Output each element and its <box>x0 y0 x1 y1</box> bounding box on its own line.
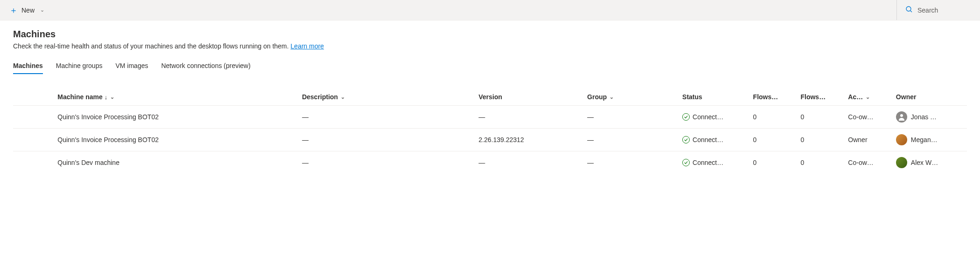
col-header-label: Machine name <box>57 93 102 101</box>
tab-label: VM images <box>115 62 148 69</box>
cell-access: Co-ow… <box>844 151 892 174</box>
col-header-status[interactable]: Status <box>679 89 749 106</box>
col-header-owner[interactable]: Owner <box>892 89 967 106</box>
tab-label: Machines <box>13 62 43 69</box>
status-text: Connect… <box>693 113 723 121</box>
chevron-down-icon: ⌄ <box>609 94 614 100</box>
new-button[interactable]: ＋ New ⌄ <box>7 4 47 16</box>
col-header-label: Flows… <box>753 93 778 101</box>
owner-name: Megan… <box>911 136 938 143</box>
row-spacer <box>13 129 54 151</box>
plus-icon: ＋ <box>9 6 18 14</box>
cell-machine-name[interactable]: Quinn's Invoice Processing BOT02 <box>54 129 298 151</box>
status-ok-icon <box>682 113 690 121</box>
cell-owner[interactable]: Jonas … <box>892 106 967 129</box>
owner-name: Alex W… <box>911 159 938 166</box>
search-area[interactable] <box>896 0 973 20</box>
cell-flows-1: 0 <box>749 151 797 174</box>
table-header-row: Machine name ↓ ⌄ Description ⌄ Version G… <box>13 89 967 106</box>
cell-description: — <box>298 151 475 174</box>
cell-status: Connect… <box>679 151 749 174</box>
search-input[interactable] <box>917 7 973 14</box>
tabs: Machines Machine groups VM images Networ… <box>13 58 967 75</box>
cell-flows-2: 0 <box>797 129 844 151</box>
cell-flows-2: 0 <box>797 106 844 129</box>
table-row[interactable]: Quinn's Invoice Processing BOT02—2.26.13… <box>13 129 967 151</box>
cell-owner[interactable]: Megan… <box>892 129 967 151</box>
avatar <box>896 134 907 145</box>
col-header-label: Status <box>682 93 702 101</box>
chevron-down-icon: ⌄ <box>341 94 345 100</box>
cell-group: — <box>583 129 679 151</box>
tab-label: Network connections (preview) <box>161 62 250 69</box>
col-header-group[interactable]: Group ⌄ <box>583 89 679 106</box>
col-header-label: Ac… <box>848 93 863 101</box>
owner-name: Jonas … <box>911 113 937 121</box>
svg-point-0 <box>906 7 911 11</box>
svg-point-2 <box>900 114 903 117</box>
status-ok-icon <box>682 159 690 166</box>
col-header-label: Version <box>479 93 503 101</box>
machines-table: Machine name ↓ ⌄ Description ⌄ Version G… <box>13 89 967 174</box>
avatar <box>896 111 907 123</box>
cell-owner[interactable]: Alex W… <box>892 151 967 174</box>
cell-description: — <box>298 106 475 129</box>
col-header-access[interactable]: Ac… ⌄ <box>844 89 892 106</box>
page-title: Machines <box>13 29 967 40</box>
cell-status: Connect… <box>679 106 749 129</box>
status-text: Connect… <box>693 159 723 166</box>
cell-group: — <box>583 106 679 129</box>
cell-version: — <box>475 151 584 174</box>
subtitle-text: Check the real-time health and status of… <box>13 42 291 50</box>
cell-machine-name[interactable]: Quinn's Invoice Processing BOT02 <box>54 106 298 129</box>
table-row[interactable]: Quinn's Dev machine———Connect…00Co-ow…Al… <box>13 151 967 174</box>
sort-down-icon: ↓ <box>105 94 108 101</box>
chevron-down-icon: ⌄ <box>110 94 114 100</box>
cell-status: Connect… <box>679 129 749 151</box>
cell-access: Co-ow… <box>844 106 892 129</box>
page-content: Machines Check the real-time health and … <box>0 20 980 174</box>
col-header-version[interactable]: Version <box>475 89 584 106</box>
chevron-down-icon: ⌄ <box>866 94 870 100</box>
table-row[interactable]: Quinn's Invoice Processing BOT02———Conne… <box>13 106 967 129</box>
cell-version: — <box>475 106 584 129</box>
col-header-flows-2[interactable]: Flows… <box>797 89 844 106</box>
cell-group: — <box>583 151 679 174</box>
svg-line-1 <box>910 11 912 12</box>
top-command-bar: ＋ New ⌄ <box>0 0 980 20</box>
tab-machine-groups[interactable]: Machine groups <box>56 58 103 74</box>
col-header-label: Flows… <box>800 93 826 101</box>
tab-network-connections[interactable]: Network connections (preview) <box>161 58 250 74</box>
col-header-flows-1[interactable]: Flows… <box>749 89 797 106</box>
page-subtitle: Check the real-time health and status of… <box>13 42 967 50</box>
tab-label: Machine groups <box>56 62 103 69</box>
tab-machines[interactable]: Machines <box>13 58 43 74</box>
cell-description: — <box>298 129 475 151</box>
status-ok-icon <box>682 136 690 143</box>
col-header-name[interactable]: Machine name ↓ ⌄ <box>54 89 298 106</box>
cell-flows-1: 0 <box>749 106 797 129</box>
tab-vm-images[interactable]: VM images <box>115 58 148 74</box>
col-header-label: Group <box>587 93 607 101</box>
cell-access: Owner <box>844 129 892 151</box>
col-header-description[interactable]: Description ⌄ <box>298 89 475 106</box>
col-header-label: Description <box>302 93 338 101</box>
cell-machine-name[interactable]: Quinn's Dev machine <box>54 151 298 174</box>
row-spacer <box>13 151 54 174</box>
avatar <box>896 157 907 168</box>
search-icon <box>905 6 913 14</box>
status-text: Connect… <box>693 136 723 143</box>
chevron-down-icon: ⌄ <box>40 7 44 13</box>
cell-version: 2.26.139.22312 <box>475 129 584 151</box>
cell-flows-2: 0 <box>797 151 844 174</box>
new-button-label: New <box>21 7 35 14</box>
col-header-label: Owner <box>896 93 917 101</box>
row-spacer <box>13 106 54 129</box>
cell-flows-1: 0 <box>749 129 797 151</box>
learn-more-link[interactable]: Learn more <box>291 42 324 50</box>
